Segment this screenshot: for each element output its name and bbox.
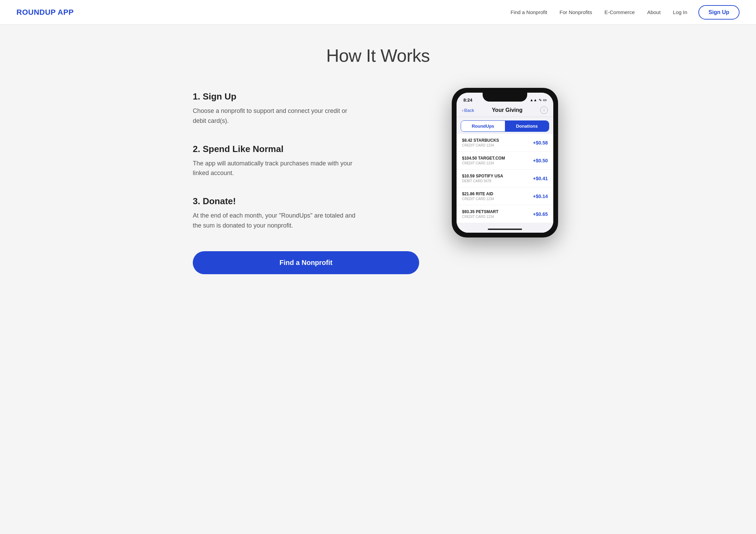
transaction-info: $21.86 RITE AID CREDIT CARD 1234 xyxy=(462,191,494,201)
transaction-amount: +$0.50 xyxy=(533,158,548,163)
step-2-title: 2. Spend Like Normal xyxy=(193,144,419,154)
transaction-list: $8.42 STARBUCKS CREDIT CARD 1234 +$0.58 … xyxy=(457,134,553,223)
transaction-item: $93.35 PETSMART CREDIT CARD 1234 +$0.65 xyxy=(457,205,553,223)
phone-mockup: 8:24 ▲▲ ∿ ▭ ‹ Back Your Giving xyxy=(452,88,558,237)
step-1: 1. Sign Up Choose a nonprofit to support… xyxy=(193,91,419,126)
transaction-name: $93.35 PETSMART xyxy=(462,209,498,214)
transaction-amount: +$0.58 xyxy=(533,140,548,146)
back-button[interactable]: ‹ Back xyxy=(462,108,474,113)
transaction-item: $8.42 STARBUCKS CREDIT CARD 1234 +$0.58 xyxy=(457,134,553,152)
main-content: How It Works 1. Sign Up Choose a nonprof… xyxy=(172,25,584,302)
step-3: 3. Donate! At the end of each month, you… xyxy=(193,196,419,231)
transaction-card: CREDIT CARD 1234 xyxy=(462,197,494,201)
transaction-amount: +$0.65 xyxy=(533,211,548,217)
phone-screen: 8:24 ▲▲ ∿ ▭ ‹ Back Your Giving xyxy=(457,93,553,233)
transaction-card: DEBIT CARD 5678 xyxy=(462,179,503,183)
chevron-left-icon: ‹ xyxy=(462,108,463,113)
wifi-icon: ∿ xyxy=(539,98,542,102)
step-2: 2. Spend Like Normal The app will automa… xyxy=(193,144,419,178)
transaction-name: $104.50 TARGET.COM xyxy=(462,156,505,161)
nav-ecommerce[interactable]: E-Commerce xyxy=(604,9,635,15)
content-grid: 1. Sign Up Choose a nonprofit to support… xyxy=(193,88,563,274)
find-nonprofit-button[interactable]: Find a Nonprofit xyxy=(193,251,419,274)
step-2-desc: The app will automatically track purchas… xyxy=(193,159,357,178)
transaction-name: $10.59 SPOTIFY USA xyxy=(462,174,503,178)
transaction-info: $104.50 TARGET.COM CREDIT CARD 1234 xyxy=(462,156,505,165)
tab-roundups[interactable]: RoundUps xyxy=(461,121,505,131)
steps-column: 1. Sign Up Choose a nonprofit to support… xyxy=(193,88,419,274)
phone-notch xyxy=(483,93,527,102)
site-logo[interactable]: ROUNDUP APP xyxy=(16,8,74,17)
transaction-amount: +$0.41 xyxy=(533,176,548,181)
tab-bar: RoundUps Donations xyxy=(461,120,549,132)
transaction-name: $8.42 STARBUCKS xyxy=(462,138,499,143)
nav-for-nonprofits[interactable]: For Nonprofits xyxy=(559,9,592,15)
transaction-item: $104.50 TARGET.COM CREDIT CARD 1234 +$0.… xyxy=(457,152,553,170)
transaction-card: CREDIT CARD 1234 xyxy=(462,143,499,147)
nav-login[interactable]: Log In xyxy=(673,9,687,15)
signal-icon: ▲▲ xyxy=(530,98,537,102)
step-1-title: 1. Sign Up xyxy=(193,91,419,102)
status-icons: ▲▲ ∿ ▭ xyxy=(530,98,546,102)
signup-button[interactable]: Sign Up xyxy=(698,5,740,20)
tab-donations[interactable]: Donations xyxy=(505,121,549,131)
transaction-item: $10.59 SPOTIFY USA DEBIT CARD 5678 +$0.4… xyxy=(457,170,553,187)
status-time: 8:24 xyxy=(463,97,472,103)
section-title: How It Works xyxy=(193,45,563,66)
transaction-name: $21.86 RITE AID xyxy=(462,191,494,196)
step-1-desc: Choose a nonprofit to support and connec… xyxy=(193,106,357,126)
transaction-info: $93.35 PETSMART CREDIT CARD 1234 xyxy=(462,209,498,219)
phone-mockup-column: 8:24 ▲▲ ∿ ▭ ‹ Back Your Giving xyxy=(447,88,563,237)
home-indicator xyxy=(488,229,522,230)
screen-title: Your Giving xyxy=(492,107,522,113)
transaction-card: CREDIT CARD 1234 xyxy=(462,161,505,165)
transaction-info: $10.59 SPOTIFY USA DEBIT CARD 5678 xyxy=(462,174,503,183)
transaction-amount: +$0.14 xyxy=(533,194,548,199)
step-3-title: 3. Donate! xyxy=(193,196,419,207)
transaction-info: $8.42 STARBUCKS CREDIT CARD 1234 xyxy=(462,138,499,147)
nav-about[interactable]: About xyxy=(647,9,661,15)
nav-find-nonprofit[interactable]: Find a Nonprofit xyxy=(511,9,547,15)
battery-icon: ▭ xyxy=(543,98,546,102)
transaction-card: CREDIT CARD 1234 xyxy=(462,215,498,219)
nav-links: Find a Nonprofit For Nonprofits E-Commer… xyxy=(511,9,687,15)
step-3-desc: At the end of each month, your "RoundUps… xyxy=(193,211,357,231)
phone-bottom xyxy=(457,223,553,233)
info-icon[interactable]: i xyxy=(540,106,548,114)
app-header: ‹ Back Your Giving i xyxy=(457,105,553,117)
navbar: ROUNDUP APP Find a Nonprofit For Nonprof… xyxy=(0,0,756,25)
transaction-item: $21.86 RITE AID CREDIT CARD 1234 +$0.14 xyxy=(457,187,553,205)
